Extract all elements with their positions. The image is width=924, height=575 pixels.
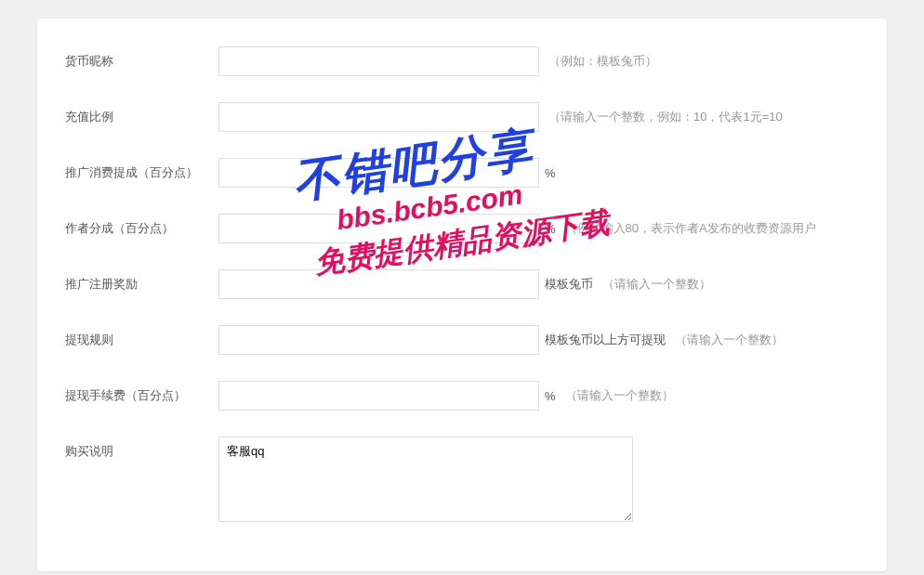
input-currency-nick[interactable]: [218, 46, 539, 76]
label-withdraw-rule: 提现规则: [65, 325, 218, 348]
suffix-promo-consume-cut: %: [545, 166, 556, 180]
row-recharge-ratio: 充值比例 （请输入一个整数，例如：10，代表1元=10: [65, 102, 859, 132]
row-withdraw-fee: 提现手续费（百分点） % （请输入一个整数）: [65, 381, 859, 411]
hint-withdraw-fee: （请输入一个整数）: [565, 387, 674, 404]
hint-author-cut: （例如输入80，表示作者A发布的收费资源用户: [565, 220, 816, 237]
row-promo-consume-cut: 推广消费提成（百分点） %: [65, 158, 859, 188]
suffix-promo-reg-reward: 模板兔币: [545, 276, 593, 293]
label-promo-reg-reward: 推广注册奖励: [65, 269, 218, 293]
row-promo-reg-reward: 推广注册奖励 模板兔币 （请输入一个整数）: [65, 269, 859, 299]
row-purchase-note: 购买说明: [65, 437, 859, 522]
row-currency-nick: 货币昵称 （例如：模板兔币）: [65, 46, 859, 76]
settings-form: 货币昵称 （例如：模板兔币） 充值比例 （请输入一个整数，例如：10，代表1元=…: [37, 19, 887, 571]
watermark-overlay: 不错吧分享 bbs.bcb5.com 免费提供精品资源下载: [290, 110, 613, 286]
input-withdraw-fee[interactable]: [218, 381, 539, 411]
hint-currency-nick: （例如：模板兔币）: [548, 53, 657, 70]
hint-promo-reg-reward: （请输入一个整数）: [602, 276, 711, 293]
input-author-cut[interactable]: [218, 214, 539, 243]
row-withdraw-rule: 提现规则 模板兔币以上方可提现 （请输入一个整数）: [65, 325, 859, 355]
label-recharge-ratio: 充值比例: [65, 102, 218, 125]
suffix-author-cut: %: [545, 222, 556, 236]
input-recharge-ratio[interactable]: [218, 102, 539, 132]
hint-recharge-ratio: （请输入一个整数，例如：10，代表1元=10: [548, 109, 783, 125]
input-promo-consume-cut[interactable]: [218, 158, 539, 188]
label-currency-nick: 货币昵称: [65, 46, 218, 70]
input-withdraw-rule[interactable]: [218, 325, 539, 355]
label-withdraw-fee: 提现手续费（百分点）: [65, 381, 218, 404]
hint-withdraw-rule: （请输入一个整数）: [675, 332, 784, 348]
suffix-withdraw-fee: %: [545, 389, 556, 403]
input-promo-reg-reward[interactable]: [218, 269, 539, 299]
textarea-purchase-note[interactable]: [218, 437, 633, 522]
row-author-cut: 作者分成（百分点） % （例如输入80，表示作者A发布的收费资源用户: [65, 214, 859, 243]
suffix-withdraw-rule: 模板兔币以上方可提现: [545, 332, 666, 348]
label-author-cut: 作者分成（百分点）: [65, 214, 218, 237]
label-purchase-note: 购买说明: [65, 437, 218, 460]
label-promo-consume-cut: 推广消费提成（百分点）: [65, 158, 218, 181]
